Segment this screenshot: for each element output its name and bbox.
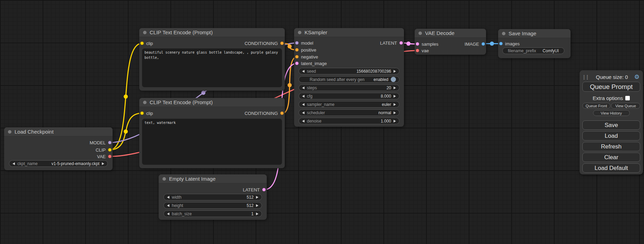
decrement-arrow-icon[interactable] xyxy=(167,213,169,215)
model-port-icon[interactable] xyxy=(295,41,299,45)
node-empty-latent-image[interactable]: Empty Latent Image LATENT width 512 heig… xyxy=(159,174,267,220)
increment-arrow-icon[interactable] xyxy=(394,95,396,98)
increment-arrow-icon[interactable] xyxy=(256,196,258,199)
vae-port-icon[interactable] xyxy=(416,49,419,52)
node-load-checkpoint[interactable]: Load Checkpoint MODEL CLIP VAE ckpt_name… xyxy=(4,127,113,170)
node-title-bar[interactable]: Empty Latent Image xyxy=(159,174,267,183)
widget-value[interactable]: normal xyxy=(378,110,391,115)
input-latent-image[interactable]: latent_image xyxy=(295,61,327,66)
input-clip[interactable]: clip xyxy=(140,40,153,46)
increment-arrow-icon[interactable] xyxy=(394,103,396,106)
node-clip-text-encode-negative[interactable]: CLIP Text Encode (Prompt) clip CONDITION… xyxy=(139,98,285,168)
increment-arrow-icon[interactable] xyxy=(394,70,396,73)
decrement-arrow-icon[interactable] xyxy=(12,162,15,165)
denoise-widget[interactable]: denoise 1.000 xyxy=(299,118,399,124)
image-port-icon[interactable] xyxy=(499,42,503,45)
queue-front-button[interactable]: Queue Front xyxy=(582,103,610,109)
increment-arrow-icon[interactable] xyxy=(256,204,258,207)
cfg-widget[interactable]: cfg 8.000 xyxy=(299,93,399,99)
link-midpoint-dot[interactable] xyxy=(406,42,411,46)
link-midpoint-dot[interactable] xyxy=(124,94,128,99)
view-queue-button[interactable]: View Queue xyxy=(611,103,640,109)
queue-prompt-button[interactable]: Queue Prompt xyxy=(582,82,640,92)
gear-icon[interactable]: ⚙ xyxy=(634,74,639,80)
node-clip-text-encode-positive[interactable]: CLIP Text Encode (Prompt) clip CONDITION… xyxy=(139,28,285,91)
input-images[interactable]: images xyxy=(499,41,520,46)
extra-options-checkbox[interactable] xyxy=(625,96,630,100)
output-image[interactable]: IMAGE xyxy=(465,41,485,47)
decrement-arrow-icon[interactable] xyxy=(302,120,305,123)
widget-value[interactable]: 512 xyxy=(247,203,254,208)
random-seed-toggle-widget[interactable]: Random seed after every gen enabled xyxy=(299,76,399,83)
conditioning-port-icon[interactable] xyxy=(295,48,299,52)
model-port-icon[interactable] xyxy=(108,141,112,144)
widget-value[interactable]: 8.000 xyxy=(381,94,391,99)
refresh-button[interactable]: Refresh xyxy=(582,142,640,151)
node-title-bar[interactable]: Save Image xyxy=(498,29,571,38)
output-vae[interactable]: VAE xyxy=(97,154,112,159)
clip-port-icon[interactable] xyxy=(140,111,144,115)
latent-port-icon[interactable] xyxy=(262,188,266,191)
node-title-bar[interactable]: CLIP Text Encode (Prompt) xyxy=(139,98,285,107)
toggle-knob-icon[interactable] xyxy=(391,77,396,82)
input-clip[interactable]: clip xyxy=(140,110,153,116)
link-midpoint-dot[interactable] xyxy=(288,44,292,48)
output-conditioning[interactable]: CONDITIONING xyxy=(245,110,284,116)
node-title-bar[interactable]: KSampler xyxy=(294,28,404,37)
load-button[interactable]: Load xyxy=(582,131,640,141)
increment-arrow-icon[interactable] xyxy=(394,120,396,123)
positive-prompt-textarea[interactable]: beautiful scenery nature glass bottle la… xyxy=(142,48,282,87)
filename-prefix-widget[interactable]: filename_prefix ComfyUI xyxy=(502,47,564,54)
latent-port-icon[interactable] xyxy=(416,42,419,46)
increment-arrow-icon[interactable] xyxy=(256,213,258,215)
decrement-arrow-icon[interactable] xyxy=(302,95,305,98)
negative-prompt-textarea[interactable]: text, watermark xyxy=(142,119,282,165)
link-midpoint-dot[interactable] xyxy=(124,129,128,134)
input-samples[interactable]: samples xyxy=(416,41,438,47)
output-clip[interactable]: CLIP xyxy=(96,147,112,153)
vae-port-icon[interactable] xyxy=(108,155,112,158)
clear-button[interactable]: Clear xyxy=(582,153,640,162)
decrement-arrow-icon[interactable] xyxy=(167,196,169,199)
load-default-button[interactable]: Load Default xyxy=(582,163,640,173)
node-graph-canvas[interactable]: Load Checkpoint MODEL CLIP VAE ckpt_name… xyxy=(0,0,644,244)
output-conditioning[interactable]: CONDITIONING xyxy=(245,40,284,46)
view-history-button[interactable]: View History xyxy=(593,110,630,116)
conditioning-port-icon[interactable] xyxy=(280,42,284,45)
drag-handle-icon[interactable]: ⡇⡇ xyxy=(583,75,590,79)
height-widget[interactable]: height 512 xyxy=(164,202,262,209)
widget-value[interactable]: euler xyxy=(382,102,391,107)
node-title-bar[interactable]: Load Checkpoint xyxy=(4,127,113,136)
clip-port-icon[interactable] xyxy=(140,42,144,45)
widget-value[interactable]: ComfyUI xyxy=(542,48,559,53)
increment-arrow-icon[interactable] xyxy=(102,162,104,165)
conditioning-port-icon[interactable] xyxy=(280,111,284,115)
link-midpoint-dot[interactable] xyxy=(201,91,205,95)
increment-arrow-icon[interactable] xyxy=(394,87,396,89)
latent-port-icon[interactable] xyxy=(399,41,403,45)
steps-widget[interactable]: steps 20 xyxy=(299,84,399,91)
decrement-arrow-icon[interactable] xyxy=(302,111,305,114)
output-model[interactable]: MODEL xyxy=(90,140,112,145)
input-model[interactable]: model xyxy=(295,40,313,46)
widget-value[interactable]: 512 xyxy=(247,195,254,200)
node-save-image[interactable]: Save Image images filename_prefix ComfyU… xyxy=(498,29,571,58)
node-vae-decode[interactable]: VAE Decode samples vae IMAGE xyxy=(415,29,486,55)
link-midpoint-dot[interactable] xyxy=(490,42,494,46)
output-latent[interactable]: LATENT xyxy=(380,40,403,46)
batch-size-widget[interactable]: batch_size 1 xyxy=(164,210,262,217)
widget-value[interactable]: 1.000 xyxy=(381,119,391,124)
decrement-arrow-icon[interactable] xyxy=(302,87,305,89)
link-midpoint-dot[interactable] xyxy=(288,83,292,87)
latent-port-icon[interactable] xyxy=(295,62,299,65)
widget-value[interactable]: 156680208700286 xyxy=(356,69,391,74)
sampler-name-widget[interactable]: sampler_name euler xyxy=(299,101,399,108)
widget-value[interactable]: v1-5-pruned-emaonly.ckpt xyxy=(51,161,99,166)
width-widget[interactable]: width 512 xyxy=(164,194,262,200)
widget-value[interactable]: 20 xyxy=(387,85,391,90)
decrement-arrow-icon[interactable] xyxy=(302,103,305,106)
input-vae[interactable]: vae xyxy=(416,48,429,53)
increment-arrow-icon[interactable] xyxy=(394,111,396,114)
decrement-arrow-icon[interactable] xyxy=(167,204,169,207)
output-latent[interactable]: LATENT xyxy=(243,187,266,192)
